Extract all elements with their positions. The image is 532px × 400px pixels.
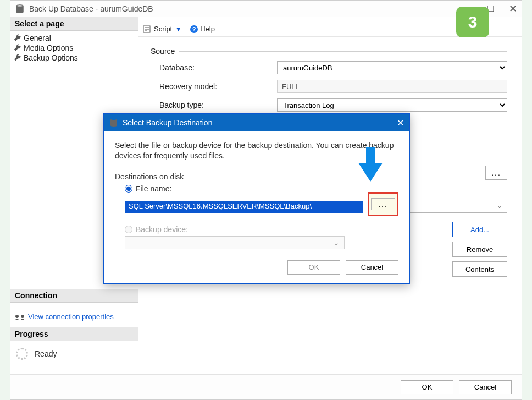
help-label: Help — [200, 25, 215, 33]
modal-description: Select the file or backup device for the… — [115, 140, 398, 161]
progress-header: Progress — [10, 327, 138, 341]
sidebar-item-media-options[interactable]: Media Options — [14, 43, 138, 53]
modal-cancel-button[interactable]: Cancel — [346, 260, 398, 275]
connection-icon — [15, 313, 25, 321]
database-select[interactable]: aurumGuideDB — [277, 61, 507, 74]
cancel-button[interactable]: Cancel — [459, 380, 512, 394]
contents-button[interactable]: Contents — [452, 261, 507, 277]
divider — [179, 51, 507, 52]
wrench-icon — [14, 44, 21, 52]
remove-destination-button[interactable]: Remove — [452, 242, 507, 257]
ok-button[interactable]: OK — [401, 380, 453, 394]
chevron-down-icon: ⌄ — [497, 202, 502, 210]
progress-status: Ready — [35, 349, 57, 358]
modal-titlebar: Select Backup Destination ✕ — [104, 114, 409, 131]
help-button[interactable]: ? Help — [190, 25, 215, 33]
select-backup-destination-dialog: Select Backup Destination ✕ Select the f… — [103, 113, 410, 284]
browse-highlight: ... — [368, 192, 398, 216]
add-destination-button[interactable]: Add... — [452, 222, 507, 237]
destinations-on-disk-label: Destinations on disk — [115, 172, 398, 181]
database-icon — [109, 118, 118, 127]
sidebar-item-backup-options[interactable]: Backup Options — [14, 53, 138, 63]
sidebar-item-label: Backup Options — [24, 53, 78, 62]
backup-type-select[interactable]: Transaction Log — [277, 98, 507, 112]
backup-device-select: ⌄ — [125, 236, 345, 249]
chevron-down-icon: ⌄ — [333, 238, 340, 247]
dialog-footer: OK Cancel — [10, 374, 522, 399]
browse-file-button[interactable]: ... — [371, 198, 395, 210]
close-button[interactable]: ✕ — [509, 3, 517, 15]
backup-type-label: Backup type: — [151, 101, 277, 109]
modal-close-button[interactable]: ✕ — [397, 118, 404, 128]
wrench-icon — [14, 54, 21, 62]
recovery-model-label: Recovery model: — [151, 82, 277, 91]
modal-ok-button[interactable]: OK — [287, 260, 340, 275]
wrench-icon — [14, 34, 21, 42]
script-dropdown[interactable]: Script — [154, 25, 172, 33]
file-name-radio[interactable] — [125, 185, 132, 193]
step-badge: 3 — [456, 7, 489, 37]
help-icon: ? — [190, 25, 198, 33]
select-a-page-header: Select a page — [10, 17, 138, 31]
page-list: General Media Options Backup Options — [10, 31, 138, 68]
connection-header: Connection — [10, 289, 138, 303]
file-name-label: File name: — [136, 184, 171, 193]
recovery-model-value: FULL — [277, 80, 507, 93]
database-icon — [15, 4, 25, 14]
view-connection-properties-link[interactable]: View connection properties — [28, 313, 114, 321]
sidebar-item-label: Media Options — [24, 43, 73, 52]
script-icon — [143, 25, 151, 33]
backup-device-label: Backup device: — [136, 225, 188, 234]
dropdown-arrow-icon[interactable]: ▼ — [175, 26, 181, 32]
database-label: Database: — [151, 63, 277, 72]
sidebar-item-label: General — [24, 34, 51, 42]
destination-browse-button[interactable]: ... — [485, 166, 507, 180]
window-title: Back Up Database - aurumGuideDB — [29, 4, 462, 13]
arrow-annotation-icon — [357, 147, 384, 182]
backup-device-radio — [125, 226, 132, 233]
modal-title: Select Backup Destination — [123, 118, 397, 127]
sidebar-item-general[interactable]: General — [14, 33, 138, 43]
progress-spinner-icon — [16, 348, 28, 360]
source-group-label: Source — [151, 47, 175, 56]
titlebar: Back Up Database - aurumGuideDB — □ ✕ — [10, 1, 522, 17]
file-name-input[interactable]: SQL Server\MSSQL16.MSSQLSERVER\MSSQL\Bac… — [125, 201, 363, 213]
